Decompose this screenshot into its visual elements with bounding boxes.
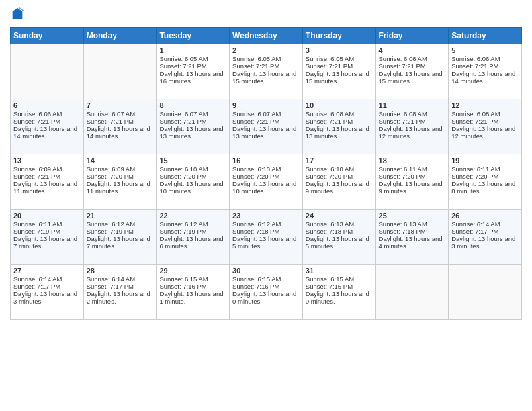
daylight-text: Daylight: 13 hours and 14 minutes. <box>87 125 154 140</box>
day-number: 8 <box>159 101 226 109</box>
daylight-text: Daylight: 13 hours and 14 minutes. <box>451 70 519 85</box>
calendar-cell: 9Sunrise: 6:07 AMSunset: 7:21 PMDaylight… <box>230 99 303 154</box>
sunset-text: Sunset: 7:21 PM <box>451 118 519 125</box>
calendar-cell: 1Sunrise: 6:05 AMSunset: 7:21 PMDaylight… <box>157 44 230 99</box>
sunset-text: Sunset: 7:20 PM <box>451 173 519 180</box>
sunset-text: Sunset: 7:19 PM <box>159 228 226 235</box>
daylight-text: Daylight: 13 hours and 4 minutes. <box>379 235 446 250</box>
daylight-text: Daylight: 13 hours and 11 minutes. <box>13 180 81 195</box>
calendar-cell: 13Sunrise: 6:09 AMSunset: 7:21 PMDayligh… <box>11 154 84 210</box>
daylight-text: Daylight: 13 hours and 12 minutes. <box>451 125 519 140</box>
calendar-cell: 29Sunrise: 6:15 AMSunset: 7:16 PMDayligh… <box>157 265 230 320</box>
sunset-text: Sunset: 7:21 PM <box>306 118 373 125</box>
sunset-text: Sunset: 7:21 PM <box>379 118 446 125</box>
sunset-text: Sunset: 7:21 PM <box>232 118 300 125</box>
sunrise-text: Sunrise: 6:08 AM <box>306 110 373 118</box>
sunset-text: Sunset: 7:18 PM <box>232 228 300 235</box>
calendar-cell: 8Sunrise: 6:07 AMSunset: 7:21 PMDaylight… <box>157 99 230 154</box>
sunrise-text: Sunrise: 6:06 AM <box>379 55 446 62</box>
sunrise-text: Sunrise: 6:05 AM <box>306 55 373 62</box>
calendar-cell: 27Sunrise: 6:14 AMSunset: 7:17 PMDayligh… <box>11 265 84 320</box>
day-number: 21 <box>87 212 154 220</box>
sunrise-text: Sunrise: 6:15 AM <box>159 275 226 283</box>
calendar-cell <box>375 265 449 320</box>
daylight-text: Daylight: 13 hours and 9 minutes. <box>306 180 373 195</box>
daylight-text: Daylight: 13 hours and 15 minutes. <box>232 70 300 85</box>
sunrise-text: Sunrise: 6:15 AM <box>232 275 300 283</box>
sunrise-text: Sunrise: 6:05 AM <box>232 55 300 62</box>
calendar-cell <box>11 44 84 99</box>
calendar-cell: 21Sunrise: 6:12 AMSunset: 7:19 PMDayligh… <box>83 210 157 265</box>
calendar-cell: 22Sunrise: 6:12 AMSunset: 7:19 PMDayligh… <box>157 210 230 265</box>
day-number: 20 <box>13 212 81 220</box>
calendar-week-row: 1Sunrise: 6:05 AMSunset: 7:21 PMDaylight… <box>11 44 522 99</box>
calendar-cell: 26Sunrise: 6:14 AMSunset: 7:17 PMDayligh… <box>449 210 522 265</box>
daylight-text: Daylight: 13 hours and 0 minutes. <box>232 290 300 305</box>
daylight-text: Daylight: 13 hours and 7 minutes. <box>87 235 154 250</box>
sunset-text: Sunset: 7:17 PM <box>87 283 154 290</box>
day-number: 28 <box>87 267 154 275</box>
day-number: 27 <box>13 267 81 275</box>
sunset-text: Sunset: 7:21 PM <box>159 118 226 125</box>
sunrise-text: Sunrise: 6:15 AM <box>306 275 373 283</box>
daylight-text: Daylight: 13 hours and 12 minutes. <box>379 125 446 140</box>
day-number: 11 <box>379 101 446 109</box>
daylight-text: Daylight: 13 hours and 14 minutes. <box>13 125 81 140</box>
calendar-cell: 25Sunrise: 6:13 AMSunset: 7:18 PMDayligh… <box>375 210 449 265</box>
sunset-text: Sunset: 7:19 PM <box>13 228 81 235</box>
sunrise-text: Sunrise: 6:12 AM <box>87 220 154 228</box>
sunset-text: Sunset: 7:16 PM <box>159 283 226 290</box>
day-number: 15 <box>159 156 226 165</box>
sunrise-text: Sunrise: 6:12 AM <box>232 220 300 228</box>
day-number: 25 <box>379 212 446 220</box>
day-number: 24 <box>306 212 373 220</box>
daylight-text: Daylight: 13 hours and 3 minutes. <box>451 235 519 250</box>
sunset-text: Sunset: 7:20 PM <box>379 173 446 180</box>
sunset-text: Sunset: 7:21 PM <box>451 62 519 70</box>
daylight-text: Daylight: 13 hours and 10 minutes. <box>159 180 226 195</box>
day-number: 26 <box>451 212 519 220</box>
day-number: 22 <box>159 212 226 220</box>
daylight-text: Daylight: 13 hours and 3 minutes. <box>13 290 81 305</box>
sunset-text: Sunset: 7:18 PM <box>306 228 373 235</box>
calendar-cell: 2Sunrise: 6:05 AMSunset: 7:21 PMDaylight… <box>230 44 303 99</box>
sunset-text: Sunset: 7:20 PM <box>232 173 300 180</box>
sunset-text: Sunset: 7:21 PM <box>13 173 81 180</box>
sunset-text: Sunset: 7:19 PM <box>87 228 154 235</box>
day-number: 7 <box>87 101 154 109</box>
calendar-header-row: SundayMondayTuesdayWednesdayThursdayFrid… <box>11 28 522 44</box>
daylight-text: Daylight: 13 hours and 11 minutes. <box>87 180 154 195</box>
calendar-cell <box>83 44 157 99</box>
calendar-table: SundayMondayTuesdayWednesdayThursdayFrid… <box>10 27 522 320</box>
sunset-text: Sunset: 7:21 PM <box>13 118 81 125</box>
day-number: 23 <box>232 212 300 220</box>
daylight-text: Daylight: 13 hours and 10 minutes. <box>232 180 300 195</box>
calendar-week-row: 27Sunrise: 6:14 AMSunset: 7:17 PMDayligh… <box>11 265 522 320</box>
daylight-text: Daylight: 13 hours and 15 minutes. <box>379 70 446 85</box>
sunrise-text: Sunrise: 6:07 AM <box>232 110 300 118</box>
sunrise-text: Sunrise: 6:09 AM <box>87 165 154 173</box>
weekday-header-wednesday: Wednesday <box>230 28 303 44</box>
sunrise-text: Sunrise: 6:14 AM <box>87 275 154 283</box>
day-number: 10 <box>306 101 373 109</box>
daylight-text: Daylight: 13 hours and 8 minutes. <box>451 180 519 195</box>
day-number: 4 <box>379 46 446 54</box>
calendar-cell: 12Sunrise: 6:08 AMSunset: 7:21 PMDayligh… <box>449 99 522 154</box>
day-number: 13 <box>13 156 81 165</box>
sunset-text: Sunset: 7:21 PM <box>232 62 300 70</box>
calendar-cell: 23Sunrise: 6:12 AMSunset: 7:18 PMDayligh… <box>230 210 303 265</box>
weekday-header-friday: Friday <box>375 28 449 44</box>
day-number: 19 <box>451 156 519 165</box>
daylight-text: Daylight: 13 hours and 13 minutes. <box>306 125 373 140</box>
daylight-text: Daylight: 13 hours and 2 minutes. <box>87 290 154 305</box>
calendar-cell: 11Sunrise: 6:08 AMSunset: 7:21 PMDayligh… <box>375 99 449 154</box>
calendar-cell: 30Sunrise: 6:15 AMSunset: 7:16 PMDayligh… <box>230 265 303 320</box>
sunrise-text: Sunrise: 6:11 AM <box>379 165 446 173</box>
sunset-text: Sunset: 7:21 PM <box>306 62 373 70</box>
sunrise-text: Sunrise: 6:05 AM <box>159 55 226 62</box>
calendar-week-row: 6Sunrise: 6:06 AMSunset: 7:21 PMDaylight… <box>11 99 522 154</box>
daylight-text: Daylight: 13 hours and 9 minutes. <box>379 180 446 195</box>
calendar-cell: 20Sunrise: 6:11 AMSunset: 7:19 PMDayligh… <box>11 210 84 265</box>
daylight-text: Daylight: 13 hours and 5 minutes. <box>232 235 300 250</box>
sunrise-text: Sunrise: 6:06 AM <box>451 55 519 62</box>
